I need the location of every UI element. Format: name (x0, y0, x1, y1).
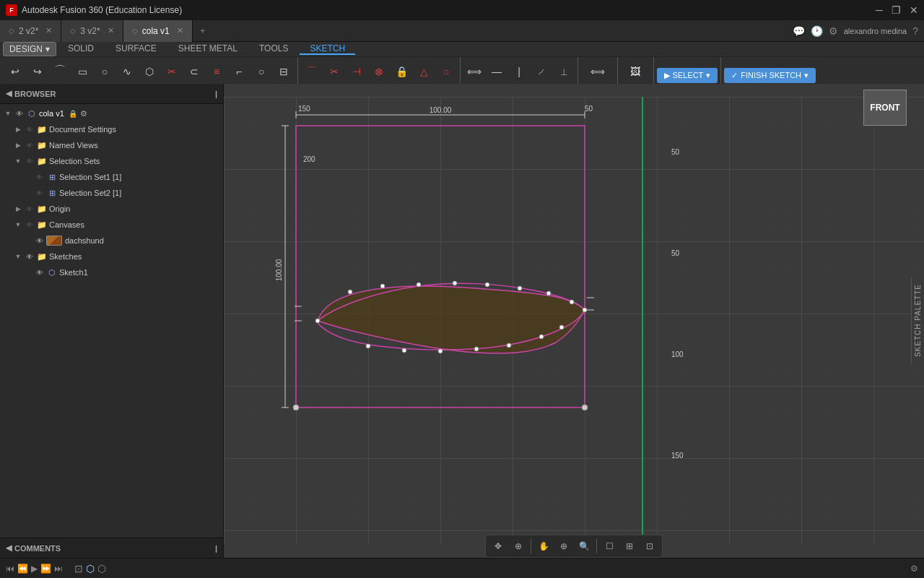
view-tool[interactable]: ☐ (600, 537, 619, 556)
toolbar-tab-surface[interactable]: SURFACE (105, 43, 167, 55)
ctrl-pt-12[interactable] (402, 348, 406, 353)
point-tool[interactable]: ○ (435, 61, 457, 82)
measure-tool[interactable]: ⟺ (587, 61, 609, 82)
diag-tool[interactable]: ⟋ (531, 61, 552, 82)
visibility-icon[interactable]: 👁 (35, 188, 45, 198)
view-icon-3[interactable]: ⬡ (97, 563, 106, 574)
tree-toggle[interactable]: ▼ (13, 251, 23, 262)
project-tool[interactable]: ≡ (206, 61, 227, 82)
tree-toggle[interactable] (23, 188, 33, 198)
tree-item-selset2[interactable]: 👁 ⊞ Selection Set2 [1] (0, 185, 223, 201)
browser-back-arrow[interactable]: ◀ (6, 89, 12, 98)
insert-image-tool[interactable]: 🖼 (624, 61, 646, 82)
tab-3v2[interactable]: ◇ 3 v2* ✕ (61, 20, 123, 42)
chamfer-tool[interactable]: △ (413, 61, 435, 82)
ctrl-pt-5[interactable] (453, 281, 457, 285)
visibility-icon[interactable]: 👁 (35, 172, 45, 182)
slot-tool[interactable]: ⊟ (273, 61, 295, 82)
dim-tool[interactable]: ⟺ (463, 61, 485, 82)
fillet-tool[interactable]: ⌒ (301, 61, 323, 82)
tab-add-button[interactable]: + (193, 20, 213, 42)
tab-colav1[interactable]: ◇ cola v1 ✕ (123, 20, 193, 42)
toolbar-tab-tools[interactable]: TOOLS (249, 43, 298, 55)
view-icon-1[interactable]: ⊡ (74, 563, 83, 574)
tab-close-button[interactable]: ✕ (45, 26, 52, 35)
play-last-button[interactable]: ⏭ (54, 564, 63, 574)
tree-item-selection-sets[interactable]: ▼ 👁 📁 Selection Sets (0, 153, 223, 169)
redo-button[interactable]: ↪ (27, 61, 48, 82)
toolbar-tab-solid[interactable]: SOLID (58, 43, 104, 55)
move-tool[interactable]: ✥ (489, 537, 507, 556)
tree-toggle[interactable]: ▶ (13, 204, 23, 214)
visibility-icon[interactable]: 👁 (25, 124, 35, 134)
offset-tool[interactable]: ⊂ (183, 61, 205, 82)
history-icon[interactable]: 🕐 (811, 25, 823, 37)
circle-tool[interactable]: ○ (94, 61, 116, 82)
tree-item-sketch1[interactable]: 👁 ⬡ Sketch1 (0, 264, 223, 280)
maximize-button[interactable]: ❐ (892, 4, 901, 16)
tree-toggle[interactable] (23, 267, 33, 277)
view-cube[interactable]: FRONT (863, 90, 907, 126)
browser-pin-icon[interactable]: | (215, 90, 217, 98)
tree-toggle[interactable]: ▼ (13, 220, 23, 230)
vert-tool[interactable]: | (508, 61, 530, 82)
close-button[interactable]: ✕ (910, 4, 918, 16)
design-button[interactable]: DESIGN ▾ (3, 42, 56, 56)
tree-item-selset1[interactable]: 👁 ⊞ Selection Set1 [1] (0, 169, 223, 185)
tree-toggle[interactable] (23, 172, 33, 182)
canvas-area[interactable]: 100.00 150 50 100.00 50 50 100 150 200 (224, 84, 924, 558)
zoom-window-tool[interactable]: ⊕ (554, 537, 573, 556)
comments-back-arrow[interactable]: ◀ (6, 543, 12, 553)
play-first-button[interactable]: ⏮ (6, 564, 14, 574)
horiz-tool[interactable]: — (486, 61, 507, 82)
sketch-palette-toggle[interactable]: SKETCH PALETTE (911, 277, 924, 364)
visibility-icon[interactable]: 👁 (14, 108, 25, 118)
ellipse-tool[interactable]: ○ (250, 61, 272, 82)
trim-tool[interactable]: ✂ (161, 61, 183, 82)
select-button[interactable]: ▶ SELECT ▾ (657, 68, 718, 83)
ctrl-pt-17[interactable] (559, 325, 564, 329)
comments-pin-icon[interactable]: | (215, 544, 217, 553)
tab-2v2[interactable]: ◇ 2 v2* ✕ (0, 20, 61, 42)
tree-item-sketches[interactable]: ▼ 👁 📁 Sketches (0, 249, 223, 264)
tree-item-canvases[interactable]: ▼ 👁 📁 Canvases (0, 217, 223, 233)
tree-item-dachshund[interactable]: 👁 dachshund (0, 233, 223, 249)
tree-toggle[interactable]: ▼ (3, 108, 13, 118)
notification-icon[interactable]: 💬 (793, 25, 805, 37)
zoom-tool[interactable]: 🔍 (575, 537, 593, 556)
help-icon[interactable]: ? (912, 25, 918, 37)
pan-tool[interactable]: ✋ (534, 537, 553, 556)
visibility-icon[interactable]: 👁 (25, 140, 35, 150)
toolbar-tab-sketch[interactable]: SKETCH (300, 43, 355, 55)
grid-tool[interactable]: ⊡ (640, 537, 659, 556)
visibility-icon[interactable]: 👁 (35, 267, 45, 277)
ctrl-pt-1[interactable] (315, 319, 320, 323)
tree-toggle[interactable]: ▶ (13, 140, 23, 150)
ctrl-pt-13[interactable] (438, 349, 443, 353)
minimize-button[interactable]: ─ (876, 4, 883, 16)
polygon-tool[interactable]: ⬡ (139, 61, 160, 82)
ctrl-pt-7[interactable] (518, 286, 522, 290)
ctrl-pt-2[interactable] (348, 290, 352, 294)
play-next-button[interactable]: ⏩ (40, 564, 51, 574)
perp-tool[interactable]: ⟂ (553, 61, 575, 82)
ctrl-pt-14[interactable] (474, 347, 479, 351)
visibility-icon[interactable]: 👁 (25, 156, 35, 166)
tab-close-button[interactable]: ✕ (108, 26, 114, 35)
break-tool[interactable]: ⊗ (368, 61, 390, 82)
tree-item-named-views[interactable]: ▶ 👁 📁 Named Views (0, 137, 223, 153)
tree-toggle[interactable] (23, 236, 33, 246)
tab-close-button[interactable]: ✕ (177, 26, 183, 35)
settings-gear-icon[interactable]: ⚙ (80, 109, 87, 118)
play-prev-button[interactable]: ⏪ (17, 564, 28, 574)
tree-item-colav1[interactable]: ▼ 👁 ⬡ cola v1 🔒 ⚙ (0, 105, 223, 121)
lock-tool[interactable]: 🔒 (391, 61, 412, 82)
visibility-icon[interactable]: 👁 (25, 220, 35, 230)
ctrl-pt-16[interactable] (539, 335, 544, 339)
display-tool[interactable]: ⊞ (620, 537, 639, 556)
arc-tool[interactable]: ⌒ (49, 61, 71, 82)
toolbar-tab-sheetmetal[interactable]: SHEET METAL (168, 43, 248, 55)
sketch-viewport[interactable]: 100.00 150 50 100.00 50 50 100 150 200 (224, 84, 924, 558)
spline-tool[interactable]: ∿ (116, 61, 138, 82)
statusbar-settings-icon[interactable]: ⚙ (910, 564, 918, 574)
